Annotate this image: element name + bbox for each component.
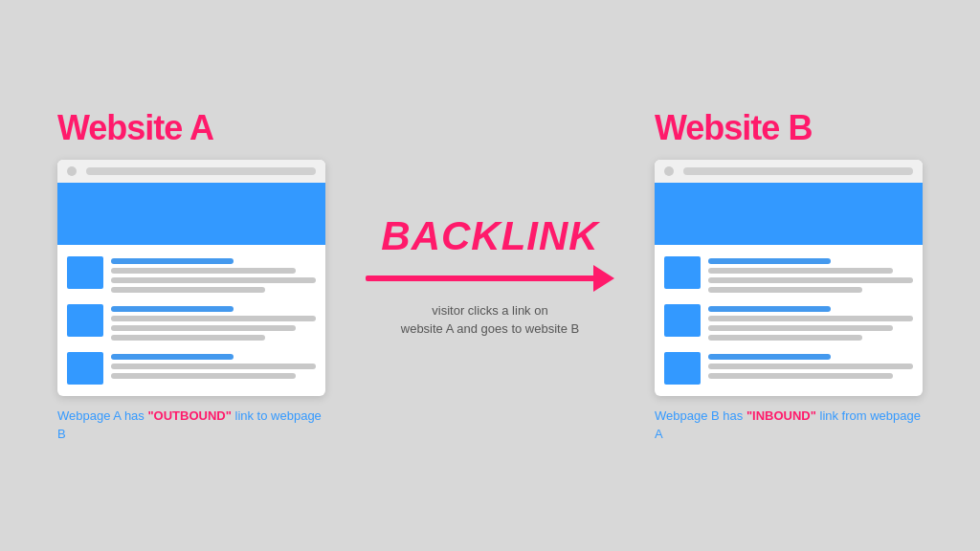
main-container: Website A bbox=[0, 0, 980, 551]
browser-b-url bbox=[683, 167, 913, 175]
website-b-title-letter: B bbox=[788, 108, 812, 147]
website-a-block: Website A bbox=[57, 108, 325, 442]
content-lines-a1 bbox=[111, 256, 316, 293]
website-b-title-text: Website bbox=[655, 108, 788, 147]
content-thumb-b2 bbox=[664, 304, 701, 337]
content-line-b1-3 bbox=[708, 277, 913, 283]
caption-b-bold: "INBOUND" bbox=[746, 408, 816, 423]
center-area: BACKLINK visitor clicks a link on websit… bbox=[325, 213, 655, 339]
content-line-b2-1 bbox=[708, 306, 831, 312]
content-row-b1 bbox=[664, 256, 913, 293]
caption-a-bold: "OUTBOUND" bbox=[147, 408, 231, 423]
browser-b-content bbox=[655, 245, 923, 396]
browser-a-bar bbox=[57, 160, 325, 183]
website-a-title-text: Website bbox=[57, 108, 189, 147]
content-line-a1-2 bbox=[111, 268, 296, 274]
website-a-title: Website A bbox=[57, 108, 213, 148]
content-line-a1-1 bbox=[111, 258, 234, 264]
content-thumb-b3 bbox=[664, 352, 701, 385]
backlink-desc-line1: visitor clicks a link on bbox=[432, 303, 547, 318]
browser-a-url bbox=[86, 167, 316, 175]
browser-a-dot bbox=[67, 166, 77, 176]
content-line-b1-2 bbox=[708, 268, 893, 274]
website-a-title-letter: A bbox=[189, 108, 213, 147]
website-b-block: Website B bbox=[655, 108, 923, 442]
content-line-b3-2 bbox=[708, 364, 913, 369]
backlink-label: BACKLINK bbox=[381, 213, 598, 259]
content-line-b2-4 bbox=[708, 335, 862, 341]
content-thumb-a1 bbox=[67, 256, 103, 289]
content-lines-b1 bbox=[708, 256, 913, 293]
content-row-a2 bbox=[67, 304, 316, 341]
content-line-b1-1 bbox=[708, 258, 831, 264]
content-line-a2-4 bbox=[111, 335, 265, 341]
browser-a-hero bbox=[57, 183, 325, 245]
content-line-a3-3 bbox=[111, 373, 296, 379]
content-line-a2-1 bbox=[111, 306, 234, 312]
browser-b-dot bbox=[664, 166, 674, 176]
backlink-desc-line2: website A and goes to website B bbox=[401, 321, 579, 336]
content-line-a1-3 bbox=[111, 277, 316, 283]
arrow-head-icon bbox=[593, 265, 614, 292]
content-lines-b3 bbox=[708, 352, 913, 379]
content-line-a2-2 bbox=[111, 316, 316, 321]
content-thumb-b1 bbox=[664, 256, 701, 289]
website-b-browser bbox=[655, 160, 923, 396]
browser-a-content bbox=[57, 245, 325, 396]
content-line-b2-3 bbox=[708, 325, 893, 331]
content-line-a3-2 bbox=[111, 364, 316, 369]
browser-b-hero bbox=[655, 183, 923, 245]
content-line-a3-1 bbox=[111, 354, 234, 360]
content-line-b1-4 bbox=[708, 287, 862, 293]
website-a-browser bbox=[57, 160, 325, 396]
browser-b-bar bbox=[655, 160, 923, 183]
content-row-b3 bbox=[664, 352, 913, 385]
content-lines-a3 bbox=[111, 352, 316, 379]
caption-b-text: Webpage B has bbox=[655, 408, 746, 423]
website-b-caption: Webpage B has "INBOUND" link from webpag… bbox=[655, 408, 923, 442]
caption-a-text: Webpage A has bbox=[57, 408, 147, 423]
content-thumb-a2 bbox=[67, 304, 103, 337]
content-line-b3-1 bbox=[708, 354, 831, 360]
content-row-b2 bbox=[664, 304, 913, 341]
website-b-title: Website B bbox=[655, 108, 812, 148]
arrow-container bbox=[366, 265, 614, 292]
content-lines-b2 bbox=[708, 304, 913, 341]
content-line-a1-4 bbox=[111, 287, 265, 293]
backlink-description: visitor clicks a link on website A and g… bbox=[401, 301, 579, 339]
content-line-b3-3 bbox=[708, 373, 893, 379]
content-thumb-a3 bbox=[67, 352, 103, 385]
content-line-b2-2 bbox=[708, 316, 913, 321]
arrow-line bbox=[366, 276, 593, 281]
content-row-a1 bbox=[67, 256, 316, 293]
content-line-a2-3 bbox=[111, 325, 296, 331]
website-a-caption: Webpage A has "OUTBOUND" link to webpage… bbox=[57, 408, 325, 442]
content-row-a3 bbox=[67, 352, 316, 385]
content-lines-a2 bbox=[111, 304, 316, 341]
